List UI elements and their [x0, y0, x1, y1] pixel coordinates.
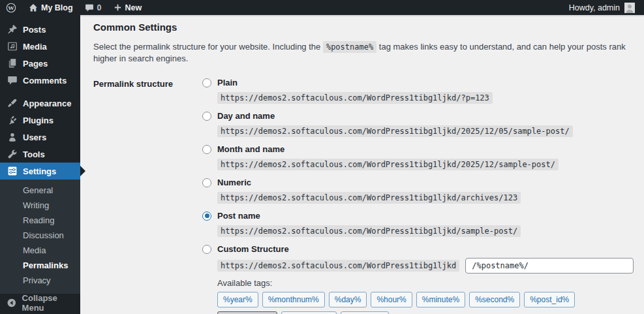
comment-bubble-icon: [85, 3, 94, 12]
option-plain: Plain https://demos2.softaculous.com/Wor…: [202, 78, 634, 104]
option-day-name: Day and name https://demos2.softaculous.…: [202, 111, 634, 137]
admin-bar-site-link[interactable]: My Blog: [23, 0, 79, 15]
settings-icon: [7, 166, 18, 176]
option-plain-radio-row[interactable]: Plain: [202, 78, 634, 87]
submenu-item-discussion[interactable]: Discussion: [0, 228, 80, 243]
admin-bar-comments[interactable]: 0: [79, 0, 108, 15]
submenu-item-reading[interactable]: Reading: [0, 213, 80, 228]
tag-post-id-button[interactable]: %post_id%: [524, 292, 575, 307]
avatar[interactable]: [624, 3, 635, 13]
media-icon: [7, 41, 18, 52]
option-day-name-radio-row[interactable]: Day and name: [202, 111, 634, 121]
sidebar-item-label: Comments: [23, 76, 67, 86]
option-label: Custom Structure: [217, 244, 289, 254]
sidebar-item-label: Users: [23, 133, 46, 142]
submenu-item-general[interactable]: General: [0, 183, 80, 198]
wordpress-admin-screen: W My Blog 0: [0, 0, 644, 314]
sidebar-item-label: Settings: [23, 166, 56, 176]
admin-bar-new[interactable]: New: [108, 0, 148, 15]
option-numeric-radio-row[interactable]: Numeric: [202, 178, 634, 187]
tag-author-button[interactable]: %author%: [341, 311, 388, 314]
site-name: My Blog: [41, 3, 73, 12]
option-url: https://demos2.softaculous.com/WordPress…: [217, 125, 573, 137]
radio-plain[interactable]: [202, 78, 211, 87]
sidebar-item-posts[interactable]: Posts: [0, 21, 80, 38]
option-month-name: Month and name https://demos2.softaculou…: [202, 144, 634, 170]
option-custom-structure: Custom Structure https://demos2.softacul…: [202, 244, 634, 314]
available-tags-block: Available tags: %year% %monthnum% %day% …: [217, 278, 634, 314]
tag-category-button[interactable]: %category%: [281, 311, 337, 314]
admin-bar-account[interactable]: Howdy, admin: [569, 3, 644, 13]
sidebar-item-appearance[interactable]: Appearance: [0, 95, 80, 112]
permalink-options: Plain https://demos2.softaculous.com/Wor…: [202, 78, 634, 314]
svg-text:W: W: [8, 4, 15, 10]
plus-icon: [114, 3, 122, 12]
collapse-menu-label: Collapse Menu: [22, 293, 80, 313]
option-label: Post name: [217, 211, 260, 221]
admin-sidebar: Posts Media Pages: [0, 15, 80, 314]
radio-post-name[interactable]: [202, 212, 211, 221]
radio-month-name[interactable]: [202, 145, 211, 154]
option-numeric: Numeric https://demos2.softaculous.com/W…: [202, 178, 634, 204]
wordpress-logo-icon: W: [6, 3, 16, 13]
menu-separator: [0, 89, 80, 95]
comments-count: 0: [97, 3, 102, 12]
sidebar-item-comments[interactable]: Comments: [0, 72, 80, 89]
tag-day-button[interactable]: %day%: [329, 292, 367, 307]
postname-inline-code: %postname%: [323, 41, 376, 53]
option-post-name: Post name https://demos2.softaculous.com…: [202, 211, 634, 237]
radio-custom-structure[interactable]: [202, 245, 211, 254]
settings-submenu: General Writing Reading Discussion Media…: [0, 180, 80, 294]
tag-second-button[interactable]: %second%: [469, 292, 520, 307]
page-title: Common Settings: [93, 20, 631, 33]
option-url: https://demos2.softaculous.com/WordPress…: [217, 92, 493, 104]
tag-minute-button[interactable]: %minute%: [416, 292, 465, 307]
pages-icon: [7, 58, 18, 69]
howdy-text: Howdy, admin: [569, 3, 620, 12]
option-post-name-radio-row[interactable]: Post name: [202, 211, 634, 221]
intro-text: Select the permalink structure for your …: [93, 41, 631, 65]
sidebar-item-label: Media: [23, 42, 47, 52]
tag-hour-button[interactable]: %hour%: [371, 292, 412, 307]
tag-monthnum-button[interactable]: %monthnum%: [262, 292, 325, 307]
option-url: https://demos2.softaculous.com/WordPress…: [217, 225, 521, 237]
pin-icon: [7, 24, 18, 35]
comments-icon: [7, 75, 18, 86]
sidebar-item-tools[interactable]: Tools: [0, 146, 80, 163]
custom-url-prefix: https://demos2.softaculous.com/WordPress…: [217, 260, 459, 272]
option-label: Day and name: [217, 111, 275, 121]
collapse-menu-button[interactable]: Collapse Menu: [0, 294, 80, 311]
submenu-item-privacy[interactable]: Privacy: [0, 274, 80, 289]
intro-before: Select the permalink structure for your …: [93, 42, 320, 52]
available-tags: %year% %monthnum% %day% %hour% %minute% …: [217, 292, 630, 314]
settings-content: Common Settings Select the permalink str…: [80, 15, 644, 314]
sidebar-item-label: Plugins: [23, 116, 54, 125]
submenu-item-permalinks[interactable]: Permalinks: [0, 259, 80, 274]
admin-bar: W My Blog 0: [0, 0, 644, 15]
plug-icon: [7, 115, 18, 125]
submenu-item-media[interactable]: Media: [0, 243, 80, 259]
sidebar-item-users[interactable]: Users: [0, 129, 80, 146]
option-label: Numeric: [217, 178, 251, 187]
tag-year-button[interactable]: %year%: [217, 292, 258, 307]
submenu-item-writing[interactable]: Writing: [0, 198, 80, 213]
wordpress-logo-menu[interactable]: W: [0, 0, 23, 15]
sidebar-item-label: Tools: [23, 149, 45, 159]
paintbrush-icon: [7, 98, 18, 108]
permalink-structure-label: Permalink structure: [93, 78, 202, 314]
tag-postname-button[interactable]: %postname%: [217, 311, 277, 314]
sidebar-item-settings[interactable]: Settings: [0, 163, 80, 180]
custom-structure-input[interactable]: [465, 258, 634, 274]
custom-structure-line: https://demos2.softaculous.com/WordPress…: [217, 258, 634, 274]
sidebar-item-pages[interactable]: Pages: [0, 55, 80, 72]
user-icon: [7, 132, 18, 142]
radio-day-name[interactable]: [202, 112, 211, 121]
option-url: https://demos2.softaculous.com/WordPress…: [217, 192, 521, 204]
collapse-arrow-icon: [7, 298, 17, 308]
sidebar-item-label: Pages: [23, 59, 48, 69]
sidebar-item-media[interactable]: Media: [0, 38, 80, 55]
radio-numeric[interactable]: [202, 178, 211, 187]
option-month-name-radio-row[interactable]: Month and name: [202, 144, 634, 154]
option-custom-radio-row[interactable]: Custom Structure: [202, 244, 634, 254]
sidebar-item-plugins[interactable]: Plugins: [0, 112, 80, 129]
